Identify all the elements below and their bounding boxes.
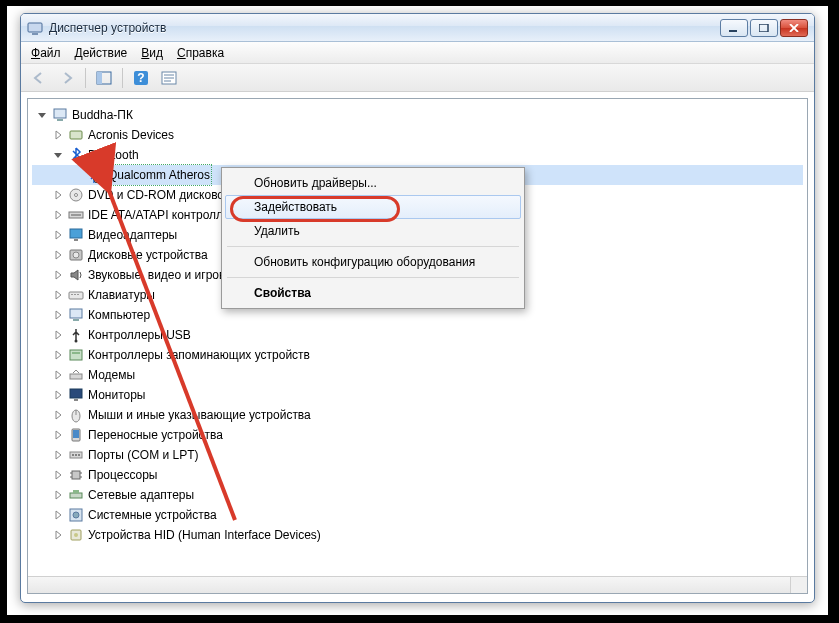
collapse-icon[interactable] [52, 149, 64, 161]
svg-rect-26 [69, 292, 83, 299]
expand-icon[interactable] [52, 409, 64, 421]
expand-icon[interactable] [52, 529, 64, 541]
tree-category[interactable]: Системные устройства [32, 505, 803, 525]
help-button[interactable]: ? [129, 67, 153, 89]
horizontal-scrollbar[interactable] [28, 576, 790, 593]
tree-label: Сетевые адаптеры [88, 485, 194, 505]
audio-icon [68, 267, 84, 283]
menu-help[interactable]: Справка [177, 46, 224, 60]
expand-icon[interactable] [52, 389, 64, 401]
svg-rect-27 [71, 294, 73, 295]
svg-rect-41 [73, 430, 79, 438]
tree-category[interactable]: Мыши и иные указывающие устройства [32, 405, 803, 425]
tree-category[interactable]: Мониторы [32, 385, 803, 405]
menu-action[interactable]: Действие [75, 46, 128, 60]
menu-view[interactable]: Вид [141, 46, 163, 60]
expand-icon[interactable] [52, 209, 64, 221]
maximize-button[interactable] [750, 19, 778, 37]
svg-rect-28 [74, 294, 76, 295]
tree-label: Компьютер [88, 305, 150, 325]
tree-label: Устройства HID (Human Interface Devices) [88, 525, 321, 545]
mouse-icon [68, 407, 84, 423]
expand-icon[interactable] [52, 489, 64, 501]
expand-icon[interactable] [52, 289, 64, 301]
menubar: Файл Действие Вид Справка [21, 42, 814, 64]
tree-category[interactable]: Устройства HID (Human Interface Devices) [32, 525, 803, 545]
expand-icon[interactable] [52, 189, 64, 201]
tree-category[interactable]: Контроллеры USB [32, 325, 803, 345]
expand-icon[interactable] [52, 469, 64, 481]
svg-rect-23 [74, 239, 78, 241]
expand-icon[interactable] [52, 369, 64, 381]
svg-rect-5 [97, 72, 102, 84]
expand-icon[interactable] [52, 269, 64, 281]
computer-icon [68, 307, 84, 323]
context-menu: Обновить драйверы... Задействовать Удали… [221, 167, 525, 309]
tree-category[interactable]: Контроллеры запоминающих устройств [32, 345, 803, 365]
expand-icon[interactable] [52, 509, 64, 521]
expand-icon[interactable] [52, 249, 64, 261]
ctx-separator [227, 277, 519, 278]
tree-category[interactable]: Acronis Devices [32, 125, 803, 145]
tree-category[interactable]: Переносные устройства [32, 425, 803, 445]
ctx-enable[interactable]: Задействовать [225, 195, 521, 219]
tree-category[interactable]: Сетевые адаптеры [32, 485, 803, 505]
svg-rect-0 [28, 23, 42, 32]
expand-icon[interactable] [52, 429, 64, 441]
titlebar[interactable]: Диспетчер устройств [21, 14, 814, 42]
svg-rect-13 [57, 119, 63, 121]
tree-label: Qualcomm Atheros [106, 164, 212, 186]
svg-point-19 [75, 194, 78, 197]
port-icon [68, 447, 84, 463]
toolbar-separator [122, 68, 123, 88]
expand-icon[interactable] [52, 229, 64, 241]
tree-label: Bluetooth [88, 145, 139, 165]
tree-category[interactable]: Процессоры [32, 465, 803, 485]
scroll-corner [790, 576, 807, 593]
ctx-properties[interactable]: Свойства [225, 281, 521, 305]
tree-label: Системные устройства [88, 505, 217, 525]
modem-icon [68, 367, 84, 383]
expand-icon[interactable] [52, 449, 64, 461]
ctx-refresh-config[interactable]: Обновить конфигурацию оборудования [225, 250, 521, 274]
ctx-delete[interactable]: Удалить [225, 219, 521, 243]
device-manager-window: Диспетчер устройств Файл Действие Вид Сп… [20, 13, 815, 603]
tree-label: Acronis Devices [88, 125, 174, 145]
hid-icon [68, 527, 84, 543]
minimize-button[interactable] [720, 19, 748, 37]
cpu-icon [68, 467, 84, 483]
ctx-update-drivers[interactable]: Обновить драйверы... [225, 171, 521, 195]
tree-category[interactable]: Модемы [32, 365, 803, 385]
svg-point-54 [73, 512, 79, 518]
svg-rect-3 [759, 24, 768, 32]
nav-back-button [27, 67, 51, 89]
tree-category[interactable]: Порты (COM и LPT) [32, 445, 803, 465]
hdd-icon [68, 247, 84, 263]
expand-icon[interactable] [52, 349, 64, 361]
show-hide-tree-button[interactable] [92, 67, 116, 89]
svg-rect-46 [72, 471, 80, 479]
tree-label: Клавиатуры [88, 285, 155, 305]
svg-rect-36 [70, 389, 82, 398]
menu-file[interactable]: Файл [31, 46, 61, 60]
keyboard-icon [68, 287, 84, 303]
svg-rect-29 [77, 294, 79, 295]
svg-rect-2 [729, 30, 737, 32]
tree-root[interactable]: Buddha-ПК [32, 105, 803, 125]
collapse-icon[interactable] [36, 109, 48, 121]
close-button[interactable] [780, 19, 808, 37]
expand-icon[interactable] [52, 329, 64, 341]
app-icon [27, 20, 43, 36]
properties-button[interactable] [157, 67, 181, 89]
svg-rect-51 [70, 493, 82, 498]
bluetooth-icon [68, 147, 84, 163]
computer-icon [52, 107, 68, 123]
tree-category[interactable]: Bluetooth [32, 145, 803, 165]
expand-icon[interactable] [52, 309, 64, 321]
expand-icon[interactable] [52, 129, 64, 141]
ctx-separator [227, 246, 519, 247]
svg-rect-30 [70, 309, 82, 318]
monitor-icon [68, 387, 84, 403]
disc-icon [68, 187, 84, 203]
svg-rect-21 [71, 214, 81, 216]
